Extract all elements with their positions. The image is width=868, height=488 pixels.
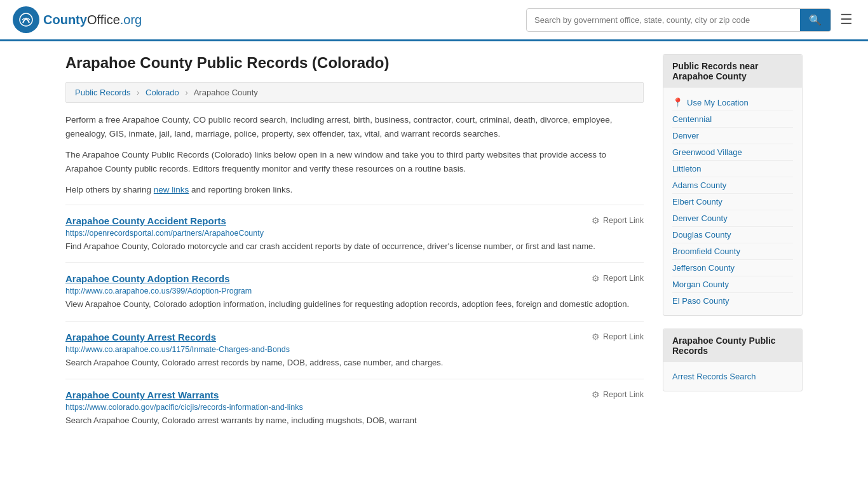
record-url: https://www.colorado.gov/pacific/cicjis/…	[65, 403, 644, 412]
breadcrumb: Public Records › Colorado › Arapahoe Cou…	[65, 82, 644, 103]
nearby-content: 📍 Use My Location CentennialDenverGreenw…	[663, 88, 802, 315]
header-right: 🔍 ☰	[526, 8, 855, 32]
sidebar-nearby-link[interactable]: Centennial	[672, 111, 793, 128]
records-list: Arapahoe County Accident Reports ⚙ Repor…	[65, 205, 644, 437]
sidebar-nearby-link[interactable]: Jefferson County	[672, 260, 793, 276]
report-icon: ⚙	[592, 332, 600, 342]
sidebar-nearby-link[interactable]: Denver County	[672, 210, 793, 227]
record-url: http://www.co.arapahoe.co.us/399/Adoptio…	[65, 287, 644, 295]
record-item: Arapahoe County Arrest Warrants ⚙ Report…	[65, 379, 644, 437]
records-sidebar-content: Arrest Records Search	[663, 362, 802, 391]
sidebar-nearby-link[interactable]: Littleton	[672, 161, 793, 177]
sidebar-nearby-link[interactable]: Douglas County	[672, 227, 793, 243]
report-link[interactable]: ⚙ Report Link	[592, 332, 644, 342]
record-item: Arapahoe County Arrest Records ⚙ Report …	[65, 321, 644, 379]
pin-icon: 📍	[672, 97, 683, 107]
sidebar-record-link[interactable]: Arrest Records Search	[672, 369, 793, 384]
report-link[interactable]: ⚙ Report Link	[592, 273, 644, 283]
record-desc: View Arapahoe County, Colorado adoption …	[65, 298, 644, 311]
record-title[interactable]: Arapahoe County Accident Reports	[65, 215, 226, 226]
report-link[interactable]: ⚙ Report Link	[592, 390, 644, 400]
nearby-box: Public Records near Arapahoe County 📍 Us…	[663, 54, 803, 316]
use-location[interactable]: 📍 Use My Location	[672, 94, 793, 111]
breadcrumb-current: Arapahoe County	[194, 88, 258, 97]
sidebar-nearby-link[interactable]: Elbert County	[672, 194, 793, 210]
breadcrumb-public-records[interactable]: Public Records	[75, 88, 130, 97]
breadcrumb-colorado[interactable]: Colorado	[146, 88, 179, 97]
record-desc: Search Arapahoe County, Colorado arrest …	[65, 356, 644, 369]
record-url: https://openrecordsportal.com/partners/A…	[65, 229, 644, 238]
nearby-title: Public Records near Arapahoe County	[663, 55, 802, 88]
sidebar: Public Records near Arapahoe County 📍 Us…	[663, 54, 803, 437]
search-bar: 🔍	[526, 8, 831, 32]
logo-text: CountyOffice.org	[43, 13, 142, 27]
sidebar-nearby-link[interactable]: Adams County	[672, 177, 793, 194]
search-input[interactable]	[527, 10, 800, 30]
page-title: Arapahoe County Public Records (Colorado…	[65, 54, 644, 72]
sidebar-nearby-link[interactable]: Denver	[672, 128, 793, 144]
new-links-link[interactable]: new links	[154, 185, 189, 194]
record-item: Arapahoe County Adoption Records ⚙ Repor…	[65, 262, 644, 321]
record-url: http://www.co.arapahoe.co.us/1175/Inmate…	[65, 345, 644, 354]
report-link[interactable]: ⚙ Report Link	[592, 215, 644, 226]
sidebar-nearby-link[interactable]: El Paso County	[672, 293, 793, 309]
description-1: Perform a free Arapahoe County, CO publi…	[65, 113, 644, 140]
use-location-label: Use My Location	[687, 98, 749, 107]
record-desc: Search Arapahoe County, Colorado arrest …	[65, 414, 644, 427]
report-icon: ⚙	[592, 273, 600, 283]
record-title[interactable]: Arapahoe County Adoption Records	[65, 273, 230, 284]
content-area: Arapahoe County Public Records (Colorado…	[65, 54, 644, 437]
description-2: The Arapahoe County Public Records (Colo…	[65, 148, 644, 175]
sidebar-nearby-link[interactable]: Broomfield County	[672, 243, 793, 260]
main-content: Arapahoe County Public Records (Colorado…	[53, 41, 815, 450]
sidebar-nearby-link[interactable]: Morgan County	[672, 276, 793, 293]
records-box: Arapahoe County Public Records Arrest Re…	[663, 329, 803, 391]
report-icon: ⚙	[592, 215, 600, 226]
search-button[interactable]: 🔍	[800, 9, 831, 31]
report-icon: ⚙	[592, 390, 600, 400]
record-item: Arapahoe County Accident Reports ⚙ Repor…	[65, 205, 644, 263]
records-sidebar-title: Arapahoe County Public Records	[663, 329, 802, 362]
record-desc: Find Arapahoe County, Colorado motorcycl…	[65, 240, 644, 253]
header: CountyOffice.org 🔍 ☰	[0, 0, 868, 41]
description-3: Help others by sharing new links and rep…	[65, 183, 644, 197]
logo-area: CountyOffice.org	[13, 6, 142, 33]
nearby-links: CentennialDenverGreenwood VillageLittlet…	[672, 111, 793, 309]
record-title[interactable]: Arapahoe County Arrest Warrants	[65, 390, 219, 400]
sidebar-nearby-link[interactable]: Greenwood Village	[672, 144, 793, 161]
record-title[interactable]: Arapahoe County Arrest Records	[65, 332, 216, 342]
logo-icon	[13, 6, 39, 33]
menu-button[interactable]: ☰	[837, 9, 855, 30]
sidebar-records-links: Arrest Records Search	[672, 369, 793, 384]
